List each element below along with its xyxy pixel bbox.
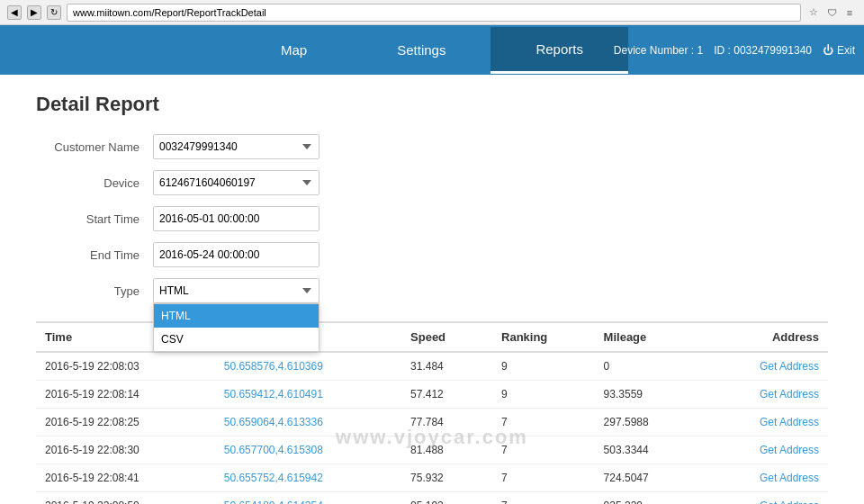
cell-time: 2016-5-19 22:08:41 bbox=[36, 464, 215, 492]
menu-icon[interactable]: ≡ bbox=[842, 5, 857, 20]
customer-name-select[interactable]: 0032479991340 bbox=[153, 134, 320, 159]
page-title: Detail Report bbox=[36, 93, 828, 116]
cell-llc[interactable]: 50.659064,4.613336 bbox=[215, 409, 401, 436]
col-address: Address bbox=[705, 322, 828, 352]
device-label: Device bbox=[36, 176, 153, 190]
cell-ranking: 9 bbox=[492, 381, 595, 409]
device-row: Device 61246716040601​97 bbox=[36, 170, 828, 195]
cell-ranking: 7 bbox=[492, 464, 595, 492]
type-dropdown[interactable]: HTML CSV bbox=[153, 303, 320, 352]
exit-button[interactable]: ⏻ Exit bbox=[823, 44, 855, 57]
cell-ranking: 9 bbox=[492, 352, 595, 381]
cell-time: 2016-5-19 22:08:30 bbox=[36, 436, 215, 464]
forward-button[interactable]: ▶ bbox=[27, 5, 41, 20]
customer-name-label: Customer Name bbox=[36, 140, 153, 154]
exit-icon: ⏻ bbox=[823, 44, 833, 57]
table-row: 2016-5-19 22:08:41 50.655752,4.615942 75… bbox=[36, 464, 828, 492]
cell-ranking: 7 bbox=[492, 409, 595, 436]
cell-time: 2016-5-19 22:08:14 bbox=[36, 381, 215, 409]
end-time-row: End Time bbox=[36, 242, 828, 267]
type-select-wrapper: HTML CSV HTML CSV bbox=[153, 278, 320, 303]
cell-speed: 57.412 bbox=[401, 381, 492, 409]
tab-map[interactable]: Map bbox=[236, 27, 352, 74]
cell-mileage: 935.229 bbox=[595, 492, 705, 505]
customer-name-select-wrapper: 0032479991340 bbox=[153, 134, 320, 159]
cell-mileage: 93.3559 bbox=[595, 381, 705, 409]
cell-address[interactable]: Get Address bbox=[705, 381, 828, 409]
cell-llc[interactable]: 50.657700,4.615308 bbox=[215, 436, 401, 464]
start-time-label: Start Time bbox=[36, 212, 153, 226]
type-label: Type bbox=[36, 284, 153, 298]
cell-llc[interactable]: 50.659412,4.610491 bbox=[215, 381, 401, 409]
device-select[interactable]: 61246716040601​97 bbox=[153, 170, 320, 195]
device-id-label: ID : 0032479991340 bbox=[714, 44, 812, 57]
table-row: 2016-5-19 22:08:25 50.659064,4.613336 77… bbox=[36, 409, 828, 436]
cell-mileage: 297.5988 bbox=[595, 409, 705, 436]
type-select[interactable]: HTML CSV bbox=[153, 278, 320, 303]
cell-speed: 81.488 bbox=[401, 436, 492, 464]
col-mileage: Mileage bbox=[595, 322, 705, 352]
type-option-html[interactable]: HTML bbox=[154, 304, 319, 328]
cell-time: 2016-5-19 22:08:50 bbox=[36, 492, 215, 505]
cell-ranking: 7 bbox=[492, 492, 595, 505]
cell-time: 2016-5-19 22:08:25 bbox=[36, 409, 215, 436]
cell-address[interactable]: Get Address bbox=[705, 464, 828, 492]
type-row: Type HTML CSV HTML CSV bbox=[36, 278, 828, 303]
table-row: 2016-5-19 22:08:03 50.658576,4.610369 31… bbox=[36, 352, 828, 381]
end-time-label: End Time bbox=[36, 248, 153, 262]
bookmark-icon[interactable]: ☆ bbox=[806, 5, 821, 20]
table-row: 2016-5-19 22:08:14 50.659412,4.610491 57… bbox=[36, 381, 828, 409]
cell-address[interactable]: Get Address bbox=[705, 352, 828, 381]
cell-ranking: 7 bbox=[492, 436, 595, 464]
nav-right-info: Device Number : 1 ID : 0032479991340 ⏻ E… bbox=[614, 44, 855, 57]
cell-speed: 85.192 bbox=[401, 492, 492, 505]
browser-bar: ◀ ▶ ↻ ☆ 🛡 ≡ bbox=[0, 0, 864, 25]
tab-reports[interactable]: Reports bbox=[490, 27, 628, 74]
cell-address[interactable]: Get Address bbox=[705, 436, 828, 464]
start-time-input[interactable] bbox=[153, 206, 320, 231]
nav-tabs: Map Settings Reports bbox=[236, 27, 628, 74]
cell-speed: 75.932 bbox=[401, 464, 492, 492]
col-ranking: Ranking bbox=[492, 322, 595, 352]
table-row: 2016-5-19 22:08:30 50.657700,4.615308 81… bbox=[36, 436, 828, 464]
nav-bar: Map Settings Reports Device Number : 1 I… bbox=[0, 25, 864, 75]
tab-settings[interactable]: Settings bbox=[352, 27, 490, 74]
device-number-label: Device Number : 1 bbox=[614, 44, 703, 57]
cell-llc[interactable]: 50.655752,4.615942 bbox=[215, 464, 401, 492]
cell-address[interactable]: Get Address bbox=[705, 409, 828, 436]
customer-name-row: Customer Name 0032479991340 bbox=[36, 134, 828, 159]
end-time-input[interactable] bbox=[153, 242, 320, 267]
cell-llc[interactable]: 50.658576,4.610369 bbox=[215, 352, 401, 381]
cell-mileage: 503.3344 bbox=[595, 436, 705, 464]
main-content: Detail Report Customer Name 003247999134… bbox=[0, 75, 864, 504]
cell-speed: 77.784 bbox=[401, 409, 492, 436]
cell-mileage: 724.5047 bbox=[595, 464, 705, 492]
shield-icon: 🛡 bbox=[824, 5, 839, 20]
cell-llc[interactable]: 50.654188,4.614254 bbox=[215, 492, 401, 505]
start-time-row: Start Time bbox=[36, 206, 828, 231]
refresh-button[interactable]: ↻ bbox=[47, 5, 61, 20]
type-option-csv[interactable]: CSV bbox=[154, 328, 319, 351]
url-bar[interactable] bbox=[67, 4, 801, 22]
col-speed: Speed bbox=[401, 322, 492, 352]
cell-time: 2016-5-19 22:08:03 bbox=[36, 352, 215, 381]
cell-speed: 31.484 bbox=[401, 352, 492, 381]
cell-mileage: 0 bbox=[595, 352, 705, 381]
back-button[interactable]: ◀ bbox=[7, 5, 22, 20]
table-row: 2016-5-19 22:08:50 50.654188,4.614254 85… bbox=[36, 492, 828, 505]
cell-address[interactable]: Get Address bbox=[705, 492, 828, 505]
device-select-wrapper: 61246716040601​97 bbox=[153, 170, 320, 195]
